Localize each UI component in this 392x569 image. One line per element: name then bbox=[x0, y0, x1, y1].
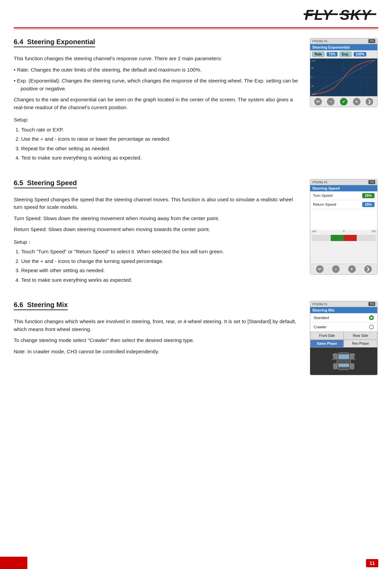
section-65-setup: Setup： bbox=[14, 238, 300, 246]
svg-text:60: 60 bbox=[311, 67, 314, 69]
section-64-title: 6.4 Steering Exponential bbox=[14, 38, 300, 51]
section-66-text: 6.6 Steering Mix This function changes w… bbox=[14, 301, 300, 375]
flysky-logo: FLY SKY bbox=[303, 4, 378, 23]
step-item: Repeat for the other setting as needed. bbox=[21, 145, 300, 153]
header-divider-red bbox=[14, 27, 378, 28]
screen2-bottom-nav: ↩ − + ❯ bbox=[310, 264, 377, 274]
section-64-title-label: Steering Exponential bbox=[27, 38, 95, 46]
svg-rect-20 bbox=[333, 354, 337, 359]
tx-indicator-64: TX bbox=[368, 39, 375, 43]
svg-text:0: 0 bbox=[311, 76, 313, 79]
nav-right-btn[interactable]: ❯ bbox=[366, 98, 373, 105]
svg-text:100: 100 bbox=[311, 60, 315, 62]
crawler-radio[interactable] bbox=[369, 325, 374, 329]
device-topbar-64: t:FlySky 01 TX bbox=[310, 38, 377, 44]
device-topbar-66: t:FlySky 01 TX bbox=[310, 301, 377, 307]
svg-rect-23 bbox=[351, 364, 354, 369]
standard-option[interactable]: Standard bbox=[310, 313, 377, 323]
steering-type-grid: Front Side Rear Side Same Phase Rev Phas… bbox=[310, 332, 377, 347]
turn-speed-value[interactable]: 26% bbox=[362, 193, 375, 198]
section-65-num: 6.5 bbox=[14, 179, 23, 187]
spacer-row3 bbox=[310, 243, 377, 250]
section-65-device: t:FlySky 01 TX Steering Speed Turn Speed… bbox=[310, 179, 378, 288]
section-65-intro: Steering Speed changes the speed that th… bbox=[14, 196, 300, 211]
spacer-row2 bbox=[310, 219, 377, 230]
car-image-area bbox=[310, 347, 377, 375]
section-65: 6.5 Steering Speed Steering Speed change… bbox=[14, 179, 378, 288]
screen2-title: Steering Speed bbox=[310, 185, 377, 191]
section-66-title: 6.6 Steering Mix bbox=[14, 301, 300, 314]
svg-rect-3 bbox=[339, 13, 376, 15]
device-screen-66: t:FlySky 01 TX Steering Mix Standard Cra… bbox=[310, 301, 378, 375]
tx-indicator-66: TX bbox=[368, 302, 375, 306]
same-phase-cell[interactable]: Same Phase bbox=[310, 340, 344, 347]
nav-minus-btn[interactable]: − bbox=[327, 98, 334, 105]
return-speed-row: Return Speed 26% bbox=[310, 200, 377, 209]
return-speed-label: Return Speed bbox=[313, 202, 336, 206]
section-64: 6.4 Steering Exponential This function c… bbox=[14, 38, 378, 165]
car-svg bbox=[330, 349, 357, 373]
nav-back-btn[interactable]: ↩ bbox=[314, 98, 322, 105]
screen3-title: Steering Mix bbox=[310, 307, 377, 313]
standard-radio[interactable] bbox=[369, 315, 374, 320]
svg-rect-1 bbox=[304, 13, 338, 15]
speed-bar bbox=[312, 235, 376, 241]
return-speed-value[interactable]: 26% bbox=[362, 202, 375, 207]
screen1-controls: Rate 72% Exp. 100% bbox=[310, 50, 377, 59]
svg-text:40: 40 bbox=[311, 85, 314, 88]
step-item: Test to make sure everything works as ex… bbox=[21, 276, 300, 284]
svg-rect-22 bbox=[333, 364, 337, 369]
bar-fill-right bbox=[344, 235, 357, 241]
section-65-text: 6.5 Steering Speed Steering Speed change… bbox=[14, 179, 300, 288]
section-66: 6.6 Steering Mix This function changes w… bbox=[14, 301, 378, 375]
spacer-row4 bbox=[310, 250, 377, 257]
device-screen-64: t:FlySky 01 TX Steering Exponential Rate… bbox=[310, 38, 378, 107]
step-item: Test to make sure everything is working … bbox=[21, 154, 300, 162]
rate-btn[interactable]: Rate bbox=[312, 52, 325, 57]
svg-rect-18 bbox=[338, 354, 349, 359]
logo: FLY SKY bbox=[303, 4, 378, 26]
footer-red-bar bbox=[0, 557, 27, 569]
nav-plus-btn-65[interactable]: + bbox=[348, 265, 356, 273]
device-topbar-left-65: t:FlySky 01 bbox=[312, 180, 328, 184]
nav-minus-btn-65[interactable]: − bbox=[332, 265, 340, 273]
bar-labels: 100 0 100 bbox=[310, 230, 377, 233]
crawler-option[interactable]: Crawler bbox=[310, 323, 377, 332]
spacer-row5 bbox=[310, 257, 377, 264]
exp-btn[interactable]: Exp. bbox=[340, 52, 352, 57]
section-64-intro: This function changes the steering chann… bbox=[14, 55, 300, 63]
rear-side-cell[interactable]: Rear Side bbox=[344, 332, 377, 340]
footer: 11 bbox=[0, 557, 392, 569]
nav-check-btn[interactable]: ✓ bbox=[340, 98, 347, 105]
section-64-device: t:FlySky 01 TX Steering Exponential Rate… bbox=[310, 38, 378, 165]
nav-plus-btn[interactable]: + bbox=[353, 98, 361, 105]
tx-indicator-65: TX bbox=[368, 180, 375, 184]
rev-phase-cell[interactable]: Rev Phase bbox=[344, 340, 377, 347]
turn-speed-label: Turn Speed bbox=[313, 193, 332, 198]
section-64-num: 6.4 bbox=[14, 38, 23, 46]
section-65-return-speed: Return Speed: Slows down steering moveme… bbox=[14, 226, 300, 233]
section-66-note: Note: In crawler mode, CH3 cannot be con… bbox=[14, 348, 300, 356]
section-64-steps: Touch rate or EXP. Use the + and - icons… bbox=[21, 126, 300, 162]
front-side-cell[interactable]: Front Side bbox=[310, 332, 344, 340]
section-64-text: 6.4 Steering Exponential This function c… bbox=[14, 38, 300, 165]
main-content: 6.4 Steering Exponential This function c… bbox=[0, 30, 392, 403]
section-66-device: t:FlySky 01 TX Steering Mix Standard Cra… bbox=[310, 301, 378, 375]
turn-speed-row: Turn Speed 26% bbox=[310, 191, 377, 200]
svg-line-27 bbox=[354, 359, 355, 360]
section-66-title-text: 6.6 Steering Mix bbox=[14, 301, 68, 310]
nav-right-btn-65[interactable]: ❯ bbox=[364, 265, 372, 273]
spacer-row bbox=[310, 209, 377, 219]
section-65-steps: Touch "Turn Speed" or "Return Speed" to … bbox=[21, 248, 300, 284]
section-65-title: 6.5 Steering Speed bbox=[14, 179, 300, 192]
device-screen-65: t:FlySky 01 TX Steering Speed Turn Speed… bbox=[310, 179, 378, 275]
section-64-bullet2: • Exp. (Exponential): Changes the steeri… bbox=[14, 77, 300, 92]
section-65-title-label: Steering Speed bbox=[27, 179, 77, 187]
header: FLY SKY bbox=[0, 0, 392, 27]
screen1-graph: 100 60 0 40 100 bbox=[310, 59, 377, 96]
section-64-body: Changes to the rate and exponential can … bbox=[14, 96, 300, 111]
crawler-label: Crawler bbox=[314, 325, 327, 329]
nav-back-btn-65[interactable]: ↩ bbox=[316, 265, 324, 273]
exponential-graph-svg: 100 60 0 40 100 bbox=[310, 59, 377, 96]
section-66-title-label: Steering Mix bbox=[27, 301, 68, 308]
